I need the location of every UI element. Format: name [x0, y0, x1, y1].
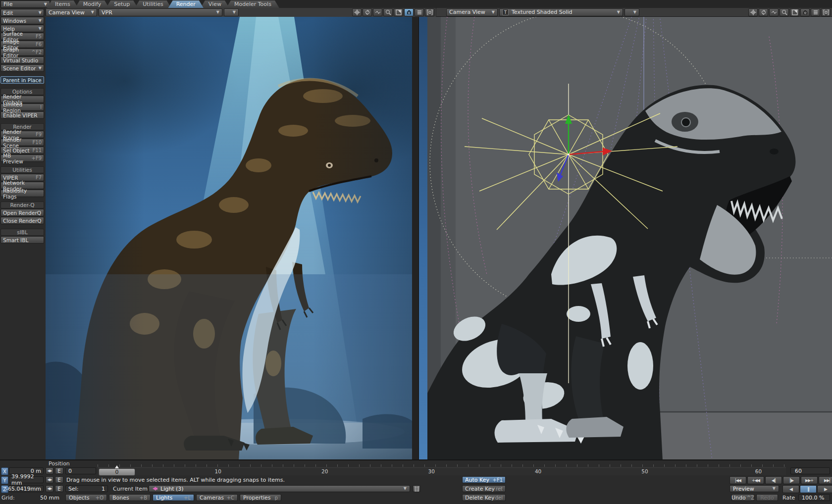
x-envelope-button[interactable]: E [55, 467, 63, 474]
lights-button[interactable]: Lights+L [153, 494, 194, 501]
render-edge-strip [418, 17, 427, 460]
sidebar-item-radiosity-flags[interactable]: Radiosity Flags [0, 190, 44, 197]
rate-field[interactable]: 100.0 % [798, 494, 830, 501]
timeline[interactable]: 0 10 20 30 40 50 60 [98, 467, 786, 475]
zoom-icon[interactable] [373, 8, 382, 16]
rotate-icon[interactable] [363, 8, 372, 16]
y-envelope-button[interactable]: E [55, 476, 63, 483]
properties-button[interactable]: Propertiesp [240, 494, 281, 501]
viewport-right-canvas[interactable] [427, 17, 832, 460]
cameras-button[interactable]: Cameras+C [196, 494, 238, 501]
tab-modify[interactable]: Modify [75, 0, 109, 8]
sidebar-item-graph-editor[interactable]: Graph Editor^F2 [0, 49, 44, 56]
menubar: File ▼ Items Modify Setup Utilities Rend… [0, 0, 832, 8]
selection-count-field[interactable]: Sel:1 [65, 485, 108, 492]
current-item-dropdown[interactable]: Light (3) ▼ [149, 485, 410, 492]
viewport-left-header: Camera View▼ VPR▼ ▼ [46, 8, 436, 17]
sidebar-item-mb-preview[interactable]: MB Preview+F9 [0, 154, 44, 162]
pan-icon[interactable] [748, 8, 758, 16]
tab-view[interactable]: View [201, 0, 229, 8]
sidebar-item-open-renderq[interactable]: Open RenderQ [0, 209, 44, 216]
step-back-button[interactable]: ◀‖ [765, 476, 782, 484]
z-stepper[interactable]: ◀▶ [46, 485, 53, 492]
frame-icon[interactable] [425, 8, 434, 16]
sidebar-item-virtual-studio[interactable]: Virtual Studio [0, 56, 44, 64]
camera-icon[interactable] [800, 8, 810, 16]
y-position-field[interactable]: 39.9992 mm [9, 476, 44, 483]
tab-render[interactable]: Render [168, 0, 204, 8]
sidebar-item-parent-in-place[interactable]: Parent in Place [0, 76, 44, 84]
sidebar-item-scene-editor[interactable]: Scene Editor▼ [0, 64, 44, 72]
viewport-left-canvas[interactable] [46, 17, 412, 460]
go-to-end-button[interactable]: ▶▶| [819, 476, 832, 484]
timeline-tick: 50 [641, 468, 648, 474]
tab-setup[interactable]: Setup [106, 0, 138, 8]
y-axis-badge[interactable]: Y [1, 476, 8, 484]
camera-icon[interactable] [404, 8, 414, 16]
file-menu[interactable]: File ▼ [0, 0, 50, 8]
end-frame-field[interactable]: 60 [790, 467, 830, 474]
view-type-dropdown-right[interactable]: Camera View▼ [446, 8, 498, 16]
list-icon[interactable] [811, 8, 820, 16]
viewport-options-dropdown-right[interactable]: ▼ [624, 8, 639, 16]
viewport-options-dropdown-left[interactable]: ▼ [224, 8, 239, 16]
chevron-down-icon: ▼ [39, 27, 42, 31]
magnify-icon[interactable] [780, 8, 789, 16]
chevron-down-icon: ▼ [216, 10, 219, 14]
list-icon[interactable] [415, 8, 424, 16]
step-forward-button[interactable]: ‖▶ [783, 476, 800, 484]
undo-button[interactable]: Undo^Z [731, 494, 754, 501]
z-position-field[interactable]: -65.0419mm [9, 485, 44, 492]
tab-utilities[interactable]: Utilities [135, 0, 171, 8]
view-type-dropdown-left[interactable]: Camera View▼ [46, 8, 97, 16]
maximize-viewport-icon[interactable] [394, 8, 403, 16]
viewport-right-header: Camera View▼ T Textured Shaded Solid▼ ▼ [436, 8, 832, 17]
viewport-right-nav-icons [748, 8, 832, 16]
z-envelope-button[interactable]: E [55, 485, 63, 492]
windows-menu[interactable]: Windows▼ [0, 17, 44, 24]
edit-menu[interactable]: Edit▼ [0, 9, 44, 16]
section-header-sibl: sIBL [0, 229, 44, 236]
timeline-slider[interactable]: 0 [99, 468, 135, 476]
sidebar-item-render-scene[interactable]: Render SceneF10 [0, 139, 44, 146]
rotate-icon[interactable] [759, 8, 768, 16]
tab-items[interactable]: Items [47, 0, 78, 8]
timeline-ruler-ticks [98, 462, 786, 467]
chevron-down-icon: ▼ [492, 10, 495, 14]
zoom-icon[interactable] [769, 8, 779, 16]
opengl-trex-scene [427, 17, 832, 460]
redo-button[interactable]: Redo [756, 494, 778, 501]
pan-icon[interactable] [352, 8, 362, 16]
shading-dropdown-right[interactable]: T Textured Shaded Solid▼ [499, 8, 623, 16]
play-forward-button[interactable]: ▶ [817, 485, 832, 493]
previous-key-button[interactable]: +◀◀ [747, 476, 764, 484]
x-axis-badge[interactable]: X [1, 467, 8, 475]
go-to-start-button[interactable]: |◀◀ [729, 476, 746, 484]
shading-dropdown-left[interactable]: VPR▼ [99, 8, 222, 16]
grid-value: 50 mm [27, 495, 59, 501]
vpr-render-trex-scene [46, 17, 412, 460]
current-frame-field[interactable]: 0 [65, 467, 96, 474]
objects-button[interactable]: Objects+O [65, 494, 107, 501]
sidebar-item-limited-region[interactable]: Limited Regionl [0, 103, 44, 111]
delete-key-button[interactable]: Delete Keydel [462, 494, 506, 501]
x-stepper[interactable]: ◀▶ [46, 467, 53, 474]
magnify-icon[interactable] [383, 8, 393, 16]
maximize-viewport-icon[interactable] [790, 8, 799, 16]
preview-dropdown[interactable]: Preview▼ [729, 485, 779, 492]
pause-button[interactable]: ‖ [800, 485, 817, 493]
bones-button[interactable]: Bones+B [109, 494, 151, 501]
frame-icon[interactable] [821, 8, 831, 16]
y-stepper[interactable]: ◀▶ [46, 476, 53, 483]
sidebar-item-smart-ibl[interactable]: Smart IBL [0, 236, 44, 244]
play-reverse-button[interactable]: ◀ [782, 485, 799, 493]
next-key-button[interactable]: ▶▶+ [801, 476, 818, 484]
viewport-divider[interactable] [412, 17, 427, 460]
rate-label: Rate [782, 495, 795, 501]
keyframe-track-button[interactable] [413, 485, 420, 492]
row-x-timeline: X 0 m ◀▶ E 0 0 10 20 30 40 50 60 60 [0, 467, 832, 475]
create-key-button[interactable]: Create Keyret [462, 485, 506, 492]
sidebar-item-close-renderq[interactable]: Close RenderQ [0, 217, 44, 224]
tab-modeler-tools[interactable]: Modeler Tools [226, 0, 279, 8]
auto-key-button[interactable]: Auto Key+F1 [462, 476, 506, 483]
